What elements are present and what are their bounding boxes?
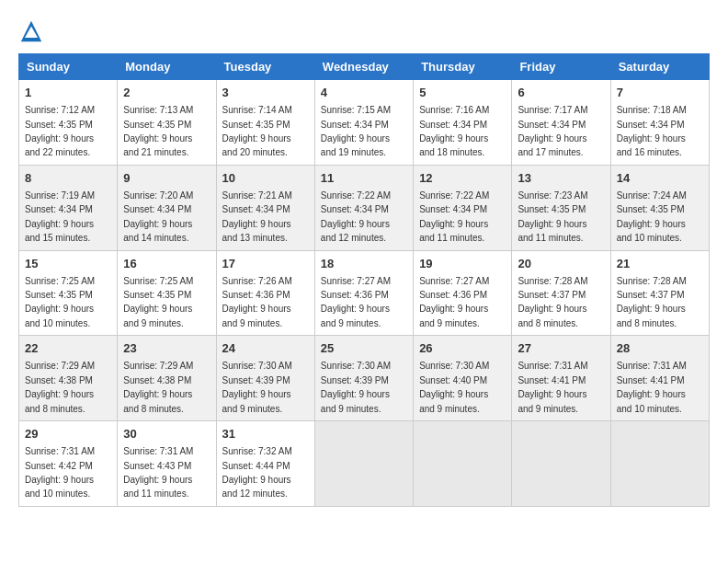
day-number: 22 (25, 340, 111, 357)
day-of-week-header: Saturday (610, 54, 709, 80)
calendar-week-row: 15 Sunrise: 7:25 AMSunset: 4:35 PMDaylig… (19, 250, 710, 336)
day-info: Sunrise: 7:25 AMSunset: 4:35 PMDaylight:… (25, 276, 95, 328)
calendar-day-cell: 25 Sunrise: 7:30 AMSunset: 4:39 PMDaylig… (314, 336, 413, 421)
day-info: Sunrise: 7:30 AMSunset: 4:39 PMDaylight:… (222, 361, 292, 413)
calendar-week-row: 29 Sunrise: 7:31 AMSunset: 4:42 PMDaylig… (19, 421, 710, 507)
day-of-week-header: Friday (512, 54, 610, 80)
calendar-day-cell: 2 Sunrise: 7:13 AMSunset: 4:35 PMDayligh… (118, 80, 216, 166)
calendar-day-cell: 6 Sunrise: 7:17 AMSunset: 4:34 PMDayligh… (512, 80, 610, 166)
calendar-table: SundayMondayTuesdayWednesdayThursdayFrid… (18, 53, 710, 507)
day-number: 12 (419, 170, 506, 187)
day-number: 5 (419, 85, 506, 101)
day-number: 4 (321, 85, 407, 101)
calendar-week-row: 1 Sunrise: 7:12 AMSunset: 4:35 PMDayligh… (19, 80, 710, 166)
logo (18, 18, 48, 44)
day-info: Sunrise: 7:29 AMSunset: 4:38 PMDaylight:… (25, 361, 95, 413)
day-of-week-header: Monday (118, 54, 216, 80)
day-info: Sunrise: 7:27 AMSunset: 4:36 PMDaylight:… (419, 276, 489, 328)
day-number: 24 (222, 340, 309, 357)
day-info: Sunrise: 7:25 AMSunset: 4:35 PMDaylight:… (123, 276, 193, 328)
calendar-day-cell: 20 Sunrise: 7:28 AMSunset: 4:37 PMDaylig… (512, 250, 610, 336)
day-info: Sunrise: 7:29 AMSunset: 4:38 PMDaylight:… (123, 361, 193, 413)
day-info: Sunrise: 7:18 AMSunset: 4:34 PMDaylight:… (617, 105, 687, 157)
day-info: Sunrise: 7:17 AMSunset: 4:34 PMDaylight:… (518, 105, 587, 157)
day-number: 7 (617, 85, 703, 101)
day-number: 17 (222, 256, 309, 272)
day-number: 2 (123, 85, 210, 101)
day-number: 15 (25, 256, 111, 272)
day-of-week-header: Thursday (414, 54, 512, 80)
day-number: 10 (222, 170, 309, 187)
calendar-day-cell: 24 Sunrise: 7:30 AMSunset: 4:39 PMDaylig… (216, 336, 314, 421)
day-number: 16 (123, 256, 210, 272)
day-info: Sunrise: 7:13 AMSunset: 4:35 PMDaylight:… (123, 105, 193, 157)
day-of-week-header: Tuesday (216, 54, 314, 80)
day-number: 11 (321, 170, 407, 187)
calendar-day-cell: 17 Sunrise: 7:26 AMSunset: 4:36 PMDaylig… (216, 250, 314, 336)
day-number: 6 (518, 85, 604, 101)
day-number: 30 (123, 426, 210, 442)
calendar-day-cell: 13 Sunrise: 7:23 AMSunset: 4:35 PMDaylig… (512, 165, 610, 250)
page-header (18, 18, 710, 44)
day-number: 8 (25, 170, 111, 187)
calendar-day-cell: 15 Sunrise: 7:25 AMSunset: 4:35 PMDaylig… (19, 250, 118, 336)
calendar-day-cell: 30 Sunrise: 7:31 AMSunset: 4:43 PMDaylig… (118, 421, 216, 507)
day-info: Sunrise: 7:20 AMSunset: 4:34 PMDaylight:… (123, 190, 193, 243)
calendar-day-cell: 1 Sunrise: 7:12 AMSunset: 4:35 PMDayligh… (19, 80, 118, 166)
day-of-week-header: Wednesday (314, 54, 413, 80)
calendar-day-cell: 11 Sunrise: 7:22 AMSunset: 4:34 PMDaylig… (314, 165, 413, 250)
calendar-day-cell: 3 Sunrise: 7:14 AMSunset: 4:35 PMDayligh… (216, 80, 314, 166)
calendar-day-cell: 4 Sunrise: 7:15 AMSunset: 4:34 PMDayligh… (314, 80, 413, 166)
calendar-day-cell: 26 Sunrise: 7:30 AMSunset: 4:40 PMDaylig… (414, 336, 512, 421)
calendar-day-cell: 5 Sunrise: 7:16 AMSunset: 4:34 PMDayligh… (414, 80, 512, 166)
day-info: Sunrise: 7:32 AMSunset: 4:44 PMDaylight:… (222, 446, 292, 499)
calendar-day-cell: 8 Sunrise: 7:19 AMSunset: 4:34 PMDayligh… (19, 165, 118, 250)
calendar-day-cell: 10 Sunrise: 7:21 AMSunset: 4:34 PMDaylig… (216, 165, 314, 250)
day-info: Sunrise: 7:28 AMSunset: 4:37 PMDaylight:… (518, 276, 587, 328)
day-info: Sunrise: 7:31 AMSunset: 4:43 PMDaylight:… (123, 446, 193, 499)
day-number: 9 (123, 170, 210, 187)
day-info: Sunrise: 7:22 AMSunset: 4:34 PMDaylight:… (419, 190, 489, 243)
day-number: 3 (222, 85, 309, 101)
day-info: Sunrise: 7:26 AMSunset: 4:36 PMDaylight:… (222, 276, 292, 328)
calendar-day-cell: 22 Sunrise: 7:29 AMSunset: 4:38 PMDaylig… (19, 336, 118, 421)
calendar-day-cell (610, 421, 709, 507)
calendar-week-row: 8 Sunrise: 7:19 AMSunset: 4:34 PMDayligh… (19, 165, 710, 250)
calendar-day-cell: 21 Sunrise: 7:28 AMSunset: 4:37 PMDaylig… (610, 250, 709, 336)
day-info: Sunrise: 7:21 AMSunset: 4:34 PMDaylight:… (222, 190, 292, 243)
day-info: Sunrise: 7:23 AMSunset: 4:35 PMDaylight:… (518, 190, 587, 243)
day-info: Sunrise: 7:30 AMSunset: 4:39 PMDaylight:… (321, 361, 391, 413)
day-info: Sunrise: 7:15 AMSunset: 4:34 PMDaylight:… (321, 105, 391, 157)
day-number: 31 (222, 426, 309, 442)
calendar-day-cell: 12 Sunrise: 7:22 AMSunset: 4:34 PMDaylig… (414, 165, 512, 250)
day-info: Sunrise: 7:27 AMSunset: 4:36 PMDaylight:… (321, 276, 391, 328)
calendar-day-cell: 19 Sunrise: 7:27 AMSunset: 4:36 PMDaylig… (414, 250, 512, 336)
day-info: Sunrise: 7:28 AMSunset: 4:37 PMDaylight:… (617, 276, 687, 328)
day-number: 26 (419, 340, 506, 357)
day-number: 1 (25, 85, 111, 101)
calendar-day-cell (512, 421, 610, 507)
day-number: 25 (321, 340, 407, 357)
calendar-week-row: 22 Sunrise: 7:29 AMSunset: 4:38 PMDaylig… (19, 336, 710, 421)
day-info: Sunrise: 7:22 AMSunset: 4:34 PMDaylight:… (321, 190, 391, 243)
calendar-day-cell (314, 421, 413, 507)
calendar-day-cell: 28 Sunrise: 7:31 AMSunset: 4:41 PMDaylig… (610, 336, 709, 421)
calendar-day-cell: 23 Sunrise: 7:29 AMSunset: 4:38 PMDaylig… (118, 336, 216, 421)
day-number: 18 (321, 256, 407, 272)
day-info: Sunrise: 7:30 AMSunset: 4:40 PMDaylight:… (419, 361, 489, 413)
day-number: 29 (25, 426, 111, 442)
day-number: 23 (123, 340, 210, 357)
calendar-day-cell: 14 Sunrise: 7:24 AMSunset: 4:35 PMDaylig… (610, 165, 709, 250)
day-info: Sunrise: 7:31 AMSunset: 4:41 PMDaylight:… (518, 361, 587, 413)
day-of-week-header: Sunday (19, 54, 118, 80)
calendar-day-cell: 16 Sunrise: 7:25 AMSunset: 4:35 PMDaylig… (118, 250, 216, 336)
day-number: 21 (617, 256, 703, 272)
day-number: 13 (518, 170, 604, 187)
calendar-day-cell: 9 Sunrise: 7:20 AMSunset: 4:34 PMDayligh… (118, 165, 216, 250)
calendar-day-cell (414, 421, 512, 507)
calendar-header-row: SundayMondayTuesdayWednesdayThursdayFrid… (19, 54, 710, 80)
day-info: Sunrise: 7:19 AMSunset: 4:34 PMDaylight:… (25, 190, 95, 243)
day-info: Sunrise: 7:31 AMSunset: 4:41 PMDaylight:… (617, 361, 687, 413)
calendar-day-cell: 27 Sunrise: 7:31 AMSunset: 4:41 PMDaylig… (512, 336, 610, 421)
day-number: 28 (617, 340, 703, 357)
